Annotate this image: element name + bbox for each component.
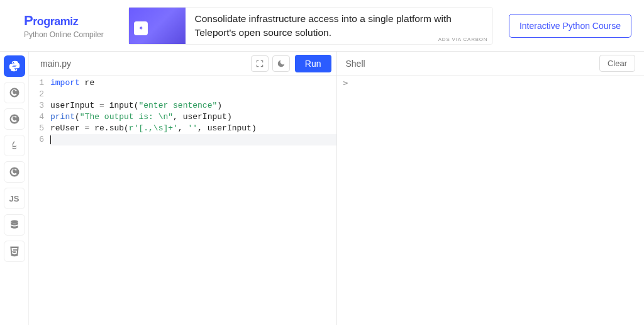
main: JS main.py Run 1 2 3 4 5	[0, 52, 644, 325]
js-label: JS	[9, 194, 19, 203]
run-button[interactable]: Run	[295, 55, 331, 72]
logo-subtitle: Python Online Compiler	[24, 30, 126, 39]
theme-button[interactable]	[272, 55, 290, 72]
code-line: userInput = input("enter sentence")	[50, 100, 336, 111]
ad-badge-icon: ✦	[134, 21, 148, 35]
cpp-icon	[8, 113, 21, 125]
line-gutter: 1 2 3 4 5 6	[29, 76, 49, 325]
code-line: reUser = re.sub(r'[.,\s]+', '', userInpu…	[50, 123, 336, 134]
tok: =	[99, 101, 104, 110]
shell-label: Shell	[346, 59, 365, 69]
tok: , userInput)	[197, 123, 257, 133]
csharp-icon	[8, 166, 21, 178]
tok: )	[217, 101, 222, 110]
tok: import	[50, 78, 80, 88]
language-sidebar: JS	[0, 52, 29, 325]
fullscreen-button[interactable]	[251, 55, 269, 72]
tok: r'[.,\s]+'	[129, 123, 178, 133]
line-number: 2	[29, 89, 44, 100]
java-icon	[8, 139, 21, 152]
line-number: 4	[29, 111, 44, 123]
tok: print	[50, 112, 75, 122]
code-line: import re	[50, 77, 336, 89]
shell-prompt: >	[343, 78, 348, 88]
tok: ''	[187, 123, 197, 133]
cursor	[50, 135, 51, 144]
html-icon	[8, 245, 21, 258]
tok: , userInput)	[173, 112, 232, 122]
brand-name: rogramiz	[33, 15, 78, 28]
clear-button[interactable]: Clear	[599, 55, 635, 72]
ad-block: ✦ Consolidate infrastructure access into…	[126, 7, 496, 45]
shell-toolbar: Shell Clear	[337, 52, 645, 76]
course-button[interactable]: Interactive Python Course	[509, 14, 631, 38]
svg-point-0	[11, 220, 18, 224]
code-line-current	[50, 134, 336, 145]
header: Programiz Python Online Compiler ✦ Conso…	[0, 0, 644, 52]
line-number: 6	[29, 134, 44, 145]
lang-sql[interactable]	[4, 214, 25, 236]
tok: "The output is: \n"	[80, 112, 173, 122]
line-number: 1	[29, 77, 44, 89]
editor-pane: main.py Run 1 2 3 4 5 6 import re use	[29, 52, 337, 325]
tok: re	[80, 78, 94, 88]
code-line: print("The output is: \n", userInput)	[50, 111, 336, 123]
shell-pane: Shell Clear >	[337, 52, 645, 325]
lang-cpp[interactable]	[4, 108, 25, 130]
line-number: 3	[29, 100, 44, 111]
ad-box[interactable]: ✦ Consolidate infrastructure access into…	[128, 7, 493, 45]
tok: input(	[104, 101, 139, 110]
lang-java[interactable]	[4, 135, 25, 156]
database-icon	[8, 219, 21, 231]
logo-block[interactable]: Programiz Python Online Compiler	[13, 13, 126, 39]
logo-text: Programiz	[24, 13, 126, 29]
tok: userInput	[50, 101, 99, 110]
lang-csharp[interactable]	[4, 161, 25, 183]
c-icon	[8, 86, 21, 99]
shell-output[interactable]: >	[337, 76, 645, 325]
tok: "enter sentence"	[138, 101, 217, 110]
ad-image: ✦	[129, 8, 186, 44]
lang-python[interactable]	[4, 55, 25, 77]
editor-toolbar: main.py Run	[29, 52, 336, 76]
tok: re.sub(	[89, 123, 128, 133]
lang-html[interactable]	[4, 241, 25, 262]
python-icon	[8, 60, 21, 72]
fullscreen-icon	[255, 59, 264, 68]
moon-icon	[277, 59, 286, 68]
code-editor[interactable]: 1 2 3 4 5 6 import re userInput = input(…	[29, 76, 336, 325]
code-line	[50, 89, 336, 100]
tok: (	[75, 112, 80, 122]
file-tab[interactable]: main.py	[40, 59, 71, 69]
lang-js[interactable]: JS	[4, 188, 25, 209]
tok: ,	[178, 123, 188, 133]
tok: reUser	[50, 123, 85, 133]
line-number: 5	[29, 123, 44, 134]
ad-via-label: ADS VIA CARBON	[438, 37, 488, 42]
lang-c[interactable]	[4, 82, 25, 103]
code-lines[interactable]: import re userInput = input("enter sente…	[49, 76, 336, 325]
ad-text: Consolidate infrastructure access into a…	[186, 12, 492, 39]
